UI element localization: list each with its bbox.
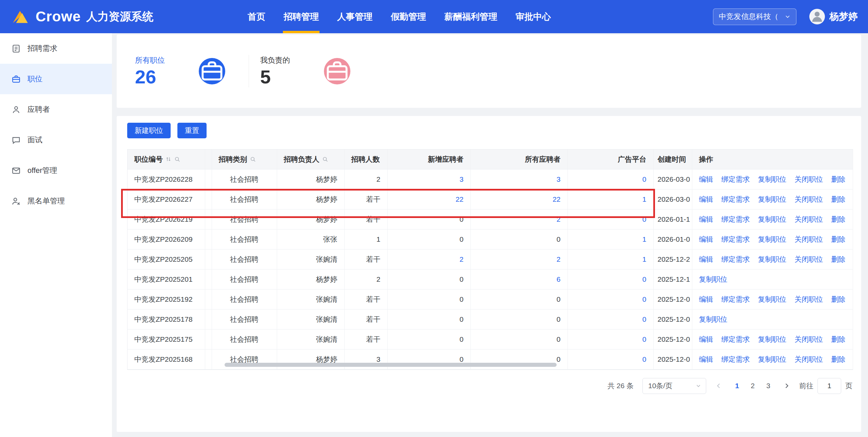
cell-id: 中竞发ZP2025178 <box>128 309 205 329</box>
edit-link[interactable]: 编辑 <box>699 295 713 303</box>
new-applicants-link[interactable]: 2 <box>460 255 464 263</box>
bind-requirement-link[interactable]: 绑定需求 <box>721 255 750 263</box>
app-logo[interactable]: Crowe 人力资源系统 <box>11 0 154 33</box>
close-position-link[interactable]: 关闭职位 <box>795 355 823 363</box>
cell-all_applicants: 6 <box>470 269 567 289</box>
close-position-link[interactable]: 关闭职位 <box>795 215 823 223</box>
ad-platforms-link[interactable]: 0 <box>642 275 647 283</box>
bind-requirement-link[interactable]: 绑定需求 <box>721 335 750 343</box>
new-applicants-link[interactable]: 22 <box>456 195 463 203</box>
nav-item-0[interactable]: 首页 <box>238 0 274 33</box>
delete-link[interactable]: 删除 <box>831 195 846 203</box>
bind-requirement-link[interactable]: 绑定需求 <box>721 175 750 183</box>
cell-spacer <box>205 209 212 229</box>
copy-position-link[interactable]: 复制职位 <box>758 255 787 263</box>
close-position-link[interactable]: 关闭职位 <box>795 235 823 243</box>
sidebar-item-3[interactable]: 面试 <box>0 125 112 155</box>
close-position-link[interactable]: 关闭职位 <box>795 335 823 343</box>
bind-requirement-link[interactable]: 绑定需求 <box>721 215 750 223</box>
sort-icon[interactable] <box>165 156 172 162</box>
request-doc-icon <box>11 44 21 54</box>
all-applicants-link[interactable]: 2 <box>557 215 561 223</box>
copy-position-link[interactable]: 复制职位 <box>758 355 787 363</box>
ad-platforms-link[interactable]: 1 <box>642 235 647 243</box>
ad-platforms-link[interactable]: 1 <box>642 195 647 203</box>
sidebar-item-2[interactable]: 应聘者 <box>0 94 112 125</box>
ad-platforms-link[interactable]: 0 <box>642 355 647 363</box>
bind-requirement-link[interactable]: 绑定需求 <box>721 235 750 243</box>
delete-link[interactable]: 删除 <box>831 255 846 263</box>
edit-link[interactable]: 编辑 <box>699 255 713 263</box>
copy-position-link[interactable]: 复制职位 <box>699 275 728 283</box>
copy-position-link[interactable]: 复制职位 <box>758 235 787 243</box>
ad-platforms-link[interactable]: 0 <box>642 335 647 343</box>
ad-platforms-link[interactable]: 0 <box>642 295 647 303</box>
nav-item-2[interactable]: 人事管理 <box>328 0 382 33</box>
prev-page-button[interactable] <box>715 382 722 390</box>
delete-link[interactable]: 删除 <box>831 295 846 303</box>
user-menu[interactable]: 杨梦婷 <box>809 9 858 24</box>
nav-item-4[interactable]: 薪酬福利管理 <box>435 0 506 33</box>
table-body: 中竞发ZP2026228社会招聘杨梦婷23302026-03-0编辑绑定需求复制… <box>128 169 853 369</box>
all-applicants-link[interactable]: 3 <box>557 175 561 183</box>
edit-link[interactable]: 编辑 <box>699 215 713 223</box>
nav-item-5[interactable]: 审批中心 <box>506 0 560 33</box>
sidebar-item-5[interactable]: 黑名单管理 <box>0 186 112 216</box>
sidebar-item-0[interactable]: 招聘需求 <box>0 33 112 64</box>
delete-link[interactable]: 删除 <box>831 335 846 343</box>
page-size-select[interactable]: 10条/页 <box>642 378 706 394</box>
page-3[interactable]: 3 <box>763 382 774 390</box>
all-applicants-link[interactable]: 22 <box>553 195 560 203</box>
edit-link[interactable]: 编辑 <box>699 355 713 363</box>
copy-position-link[interactable]: 复制职位 <box>758 215 787 223</box>
delete-link[interactable]: 删除 <box>831 355 846 363</box>
new-position-button[interactable]: 新建职位 <box>127 123 171 138</box>
stat-card-0[interactable]: 所有职位26 <box>135 56 225 86</box>
page-1[interactable]: 1 <box>731 382 743 390</box>
copy-position-link[interactable]: 复制职位 <box>758 175 787 183</box>
page-2[interactable]: 2 <box>747 382 758 390</box>
copy-position-link[interactable]: 复制职位 <box>699 315 728 323</box>
nav-item-1[interactable]: 招聘管理 <box>274 0 328 33</box>
goto-page-input[interactable] <box>817 378 841 394</box>
topnav-menu: 首页招聘管理人事管理假勤管理薪酬福利管理审批中心 <box>238 0 560 33</box>
close-position-link[interactable]: 关闭职位 <box>795 255 823 263</box>
copy-position-link[interactable]: 复制职位 <box>758 195 787 203</box>
delete-link[interactable]: 删除 <box>831 215 846 223</box>
cell-manager: 杨梦婷 <box>277 169 344 189</box>
edit-link[interactable]: 编辑 <box>699 335 713 343</box>
bind-requirement-link[interactable]: 绑定需求 <box>721 195 750 203</box>
close-position-link[interactable]: 关闭职位 <box>795 175 823 183</box>
delete-link[interactable]: 删除 <box>831 235 846 243</box>
reset-button[interactable]: 重置 <box>177 123 207 138</box>
close-position-link[interactable]: 关闭职位 <box>795 195 823 203</box>
bind-requirement-link[interactable]: 绑定需求 <box>721 355 750 363</box>
copy-position-link[interactable]: 复制职位 <box>758 335 787 343</box>
ad-platforms-link[interactable]: 0 <box>642 315 647 323</box>
stat-card-1[interactable]: 我负责的5 <box>260 56 350 86</box>
briefcase-icon <box>199 58 225 84</box>
search-icon[interactable] <box>174 156 180 162</box>
company-select[interactable]: 中竞发信息科技（ <box>713 8 796 25</box>
edit-link[interactable]: 编辑 <box>699 235 713 243</box>
search-icon[interactable] <box>250 156 256 162</box>
ad-platforms-link[interactable]: 0 <box>642 215 647 223</box>
ad-platforms-link[interactable]: 0 <box>642 175 647 183</box>
edit-link[interactable]: 编辑 <box>699 195 713 203</box>
next-page-button[interactable] <box>783 382 790 390</box>
search-icon[interactable] <box>322 156 328 162</box>
bind-requirement-link[interactable]: 绑定需求 <box>721 295 750 303</box>
sidebar-item-1[interactable]: 职位 <box>0 64 112 94</box>
close-position-link[interactable]: 关闭职位 <box>795 295 823 303</box>
ad-platforms-link[interactable]: 1 <box>642 255 647 263</box>
all-applicants-link[interactable]: 6 <box>557 275 561 283</box>
sidebar-item-4[interactable]: offer管理 <box>0 155 112 186</box>
all-applicants-link[interactable]: 2 <box>557 255 561 263</box>
edit-link[interactable]: 编辑 <box>699 175 713 183</box>
horizontal-scrollbar-thumb[interactable] <box>225 363 557 367</box>
new-applicants-link[interactable]: 3 <box>460 175 464 183</box>
copy-position-link[interactable]: 复制职位 <box>758 295 787 303</box>
topnav-right: 中竞发信息科技（ 杨梦婷 <box>713 0 858 33</box>
nav-item-3[interactable]: 假勤管理 <box>382 0 435 33</box>
delete-link[interactable]: 删除 <box>831 175 846 183</box>
